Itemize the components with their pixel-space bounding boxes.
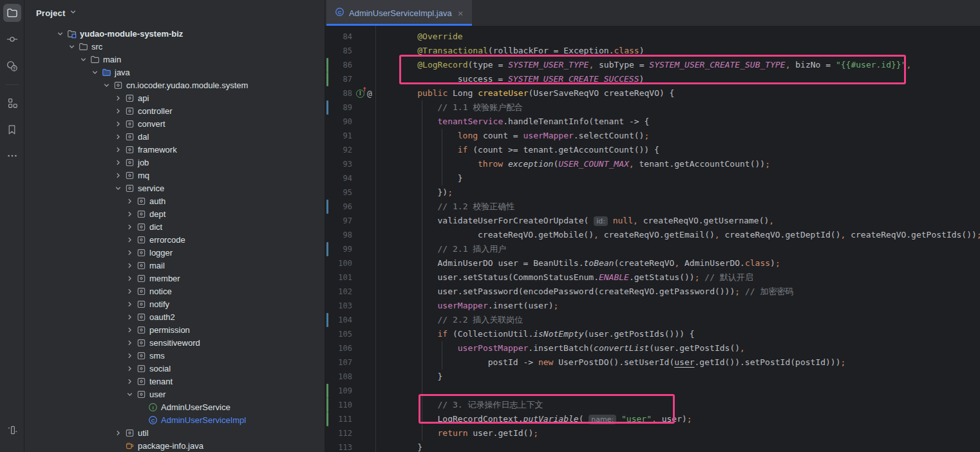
code-text[interactable]: user.setPassword(encodePassword(createRe…: [375, 285, 793, 299]
code-line-93[interactable]: 93throw exception(USER_COUNT_MAX, tenant…: [325, 157, 980, 171]
code-line-107[interactable]: 107postId -> new UserPostDO().setUserId(…: [325, 355, 980, 370]
gutter-line-110[interactable]: 110: [325, 398, 375, 412]
code-line-91[interactable]: 91long count = userMapper.selectCount();: [325, 129, 980, 143]
implementing-method-icon[interactable]: I↑: [356, 89, 364, 98]
tree-item-service[interactable]: service: [24, 182, 325, 194]
tree-item-framework[interactable]: framework: [24, 143, 325, 156]
gutter-line-107[interactable]: 107: [325, 355, 375, 370]
code-line-104[interactable]: 104// 2.2 插入关联岗位: [325, 313, 980, 327]
tree-item-sensitiveword[interactable]: sensitiveword: [24, 336, 325, 349]
chevron-closed-icon[interactable]: [112, 93, 124, 103]
chevron-closed-icon[interactable]: [124, 260, 135, 270]
tree-item-dal[interactable]: dal: [24, 130, 325, 143]
tree-item-user[interactable]: user: [24, 388, 325, 400]
tree-item-notice[interactable]: notice: [24, 285, 325, 297]
code-text[interactable]: createReqVO.getMobile(), createReqVO.get…: [375, 228, 980, 242]
gutter-line-86[interactable]: 86: [325, 58, 375, 72]
gutter-line-112[interactable]: 112: [325, 426, 375, 440]
chevron-closed-icon[interactable]: [124, 325, 135, 335]
chevron-open-icon[interactable]: [124, 389, 135, 399]
code-editor[interactable]: 84@Override85@Transactional(rollbackFor …: [325, 26, 980, 452]
gutter-line-109[interactable]: 109: [325, 384, 375, 398]
code-line-100[interactable]: 100AdminUserDO user = BeanUtils.toBean(c…: [325, 256, 980, 270]
code-text[interactable]: validateUserForCreateOrUpdate( id: null,…: [375, 214, 774, 229]
chevron-open-icon[interactable]: [77, 54, 89, 64]
chevron-closed-icon[interactable]: [124, 273, 135, 283]
gutter-line-100[interactable]: 100: [325, 256, 375, 270]
gutter-line-87[interactable]: 87: [325, 72, 375, 86]
tree-item-sms[interactable]: sms: [24, 349, 325, 362]
activity-more-button[interactable]: [3, 147, 21, 165]
chevron-closed-icon[interactable]: [124, 350, 135, 361]
code-line-105[interactable]: 105if (CollectionUtil.isNotEmpty(user.ge…: [325, 327, 980, 341]
code-line-89[interactable]: 89// 1.1 校验账户配合: [325, 100, 980, 115]
tree-item-dept[interactable]: dept: [24, 207, 325, 220]
project-panel-header[interactable]: Project: [24, 0, 325, 26]
code-line-106[interactable]: 106userPostMapper.insertBatch(convertLis…: [325, 341, 980, 355]
gutter-line-106[interactable]: 106: [325, 341, 375, 355]
activity-learn-button[interactable]: ?: [3, 57, 21, 75]
gutter-line-96[interactable]: 96: [325, 200, 375, 214]
code-text[interactable]: userPostMapper.insertBatch(convertList(u…: [375, 341, 745, 355]
tree-item-yudao-module-system-biz[interactable]: yudao-module-system-biz: [24, 27, 325, 40]
gutter-line-104[interactable]: 104: [325, 313, 375, 327]
code-text[interactable]: // 1.2 校验正确性: [375, 200, 514, 214]
tree-item-logger[interactable]: logger: [24, 246, 325, 259]
code-line-108[interactable]: 108}: [325, 370, 980, 384]
gutter-line-94[interactable]: 94: [325, 171, 375, 185]
tree-item-convert[interactable]: convert: [24, 117, 325, 130]
code-text[interactable]: throw exception(USER_COUNT_MAX, tenant.g…: [375, 157, 770, 171]
chevron-closed-icon[interactable]: [124, 247, 135, 258]
gutter-line-91[interactable]: 91: [325, 129, 375, 143]
gutter-line-108[interactable]: 108: [325, 370, 375, 384]
gutter-line-103[interactable]: 103: [325, 299, 375, 313]
gutter-line-97[interactable]: 97: [325, 214, 375, 228]
tree-item-adminuserserviceimpl[interactable]: CAdminUserServiceImpl: [24, 413, 325, 426]
tree-item-java[interactable]: java: [24, 66, 325, 79]
tab-close-icon[interactable]: ×: [457, 7, 465, 19]
code-text[interactable]: }: [375, 370, 442, 384]
chevron-closed-icon[interactable]: [124, 363, 135, 373]
code-text[interactable]: tenantService.handleTenantInfo(tenant ->…: [375, 115, 649, 129]
tree-item-errorcode[interactable]: errorcode: [24, 233, 325, 246]
gutter-line-98[interactable]: 98: [325, 228, 375, 242]
annotated-method-icon[interactable]: @: [367, 89, 372, 99]
tree-item-main[interactable]: main: [24, 53, 325, 66]
chevron-closed-icon[interactable]: [124, 286, 135, 296]
gutter-line-90[interactable]: 90: [325, 115, 375, 129]
code-line-99[interactable]: 99// 2.1 插入用户: [325, 242, 980, 256]
code-text[interactable]: LogRecordContext.putVariable( name: "use…: [375, 412, 692, 427]
tree-item-package-info-java[interactable]: package-info.java: [24, 439, 325, 452]
chevron-closed-icon[interactable]: [112, 106, 124, 116]
tree-item-member[interactable]: member: [24, 272, 325, 285]
tree-item-social[interactable]: social: [24, 362, 325, 375]
tree-item-permission[interactable]: permission: [24, 323, 325, 336]
tree-item-notify[interactable]: notify: [24, 297, 325, 310]
gutter-line-95[interactable]: 95: [325, 185, 375, 200]
code-text[interactable]: userMapper.insert(user);: [375, 299, 558, 313]
activity-bookmarks-button[interactable]: [3, 120, 21, 138]
tree-item-mq[interactable]: mq: [24, 169, 325, 182]
activity-commit-button[interactable]: [3, 30, 21, 48]
tree-item-auth[interactable]: auth: [24, 194, 325, 207]
code-line-94[interactable]: 94}: [325, 171, 980, 185]
chevron-closed-icon[interactable]: [124, 234, 135, 245]
chevron-closed-icon[interactable]: [112, 170, 124, 180]
gutter-line-88[interactable]: 88I↑@: [325, 86, 375, 100]
tree-item-tenant[interactable]: tenant: [24, 375, 325, 388]
code-text[interactable]: return user.getId();: [375, 426, 538, 440]
chevron-closed-icon[interactable]: [124, 209, 135, 219]
code-text[interactable]: postId -> new UserPostDO().setUserId(use…: [375, 355, 845, 370]
code-text[interactable]: // 3. 记录操作日志上下文: [375, 398, 543, 412]
tree-item-adminuserservice[interactable]: IAdminUserService: [24, 400, 325, 413]
chevron-closed-icon[interactable]: [124, 312, 135, 322]
code-line-88[interactable]: 88I↑@public Long createUser(UserSaveReqV…: [325, 86, 980, 100]
tree-item-oauth2[interactable]: oauth2: [24, 310, 325, 323]
gutter-line-113[interactable]: 113: [325, 440, 375, 452]
activity-structure-button[interactable]: [3, 94, 21, 112]
tree-item-dict[interactable]: dict: [24, 220, 325, 233]
code-text[interactable]: if (CollectionUtil.isNotEmpty(user.getPo…: [375, 327, 695, 341]
code-text[interactable]: if (count >= tenant.getAccountCount()) {: [375, 143, 659, 157]
gutter-line-93[interactable]: 93: [325, 157, 375, 171]
code-line-92[interactable]: 92if (count >= tenant.getAccountCount())…: [325, 143, 980, 157]
